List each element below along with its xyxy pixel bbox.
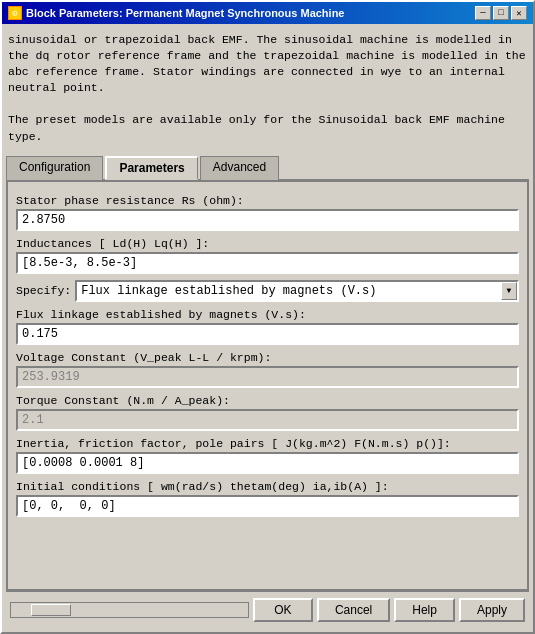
inertia-input[interactable] <box>16 452 519 474</box>
inertia-label: Inertia, friction factor, pole pairs [ J… <box>16 437 519 450</box>
specify-select[interactable]: Flux linkage established by magnets (V.s… <box>75 280 519 302</box>
ok-button[interactable]: OK <box>253 598 313 622</box>
description-content: sinusoidal or trapezoidal back EMF. The … <box>8 33 526 94</box>
specify-row: Specify: Flux linkage established by mag… <box>16 280 519 302</box>
torque-constant-input <box>16 409 519 431</box>
close-button[interactable]: ✕ <box>511 6 527 20</box>
maximize-button[interactable]: □ <box>493 6 509 20</box>
scroll-thumb-horizontal <box>31 604 71 616</box>
specify-label: Specify: <box>16 284 71 297</box>
bottom-bar: OK Cancel Help Apply <box>6 591 529 628</box>
inductances-input[interactable] <box>16 252 519 274</box>
flux-linkage-input[interactable] <box>16 323 519 345</box>
window-icon: ⚙ <box>8 6 22 20</box>
window-title: Block Parameters: Permanent Magnet Synch… <box>26 7 344 19</box>
stator-resistance-input[interactable] <box>16 209 519 231</box>
stator-resistance-label: Stator phase resistance Rs (ohm): <box>16 194 519 207</box>
tab-configuration[interactable]: Configuration <box>6 156 103 180</box>
title-buttons: ─ □ ✕ <box>475 6 527 20</box>
minimize-button[interactable]: ─ <box>475 6 491 20</box>
horizontal-scrollbar[interactable] <box>10 602 249 618</box>
preset-note: The preset models are available only for… <box>8 113 505 142</box>
tab-advanced[interactable]: Advanced <box>200 156 279 180</box>
parameters-panel: Stator phase resistance Rs (ohm): Induct… <box>6 181 529 591</box>
title-bar: ⚙ Block Parameters: Permanent Magnet Syn… <box>2 2 533 24</box>
inductances-label: Inductances [ Ld(H) Lq(H) ]: <box>16 237 519 250</box>
initial-conditions-input[interactable] <box>16 495 519 517</box>
title-bar-left: ⚙ Block Parameters: Permanent Magnet Syn… <box>8 6 344 20</box>
tabs-container: Configuration Parameters Advanced <box>6 155 529 181</box>
content-area: sinusoidal or trapezoidal back EMF. The … <box>2 24 533 632</box>
apply-button[interactable]: Apply <box>459 598 525 622</box>
specify-select-container: Flux linkage established by magnets (V.s… <box>75 280 519 302</box>
tab-parameters[interactable]: Parameters <box>105 156 197 180</box>
main-window: ⚙ Block Parameters: Permanent Magnet Syn… <box>0 0 535 634</box>
torque-constant-label: Torque Constant (N.m / A_peak): <box>16 394 519 407</box>
bottom-buttons: OK Cancel Help Apply <box>253 598 525 622</box>
params-scroll-area[interactable]: Stator phase resistance Rs (ohm): Induct… <box>8 182 527 589</box>
cancel-button[interactable]: Cancel <box>317 598 390 622</box>
voltage-constant-input <box>16 366 519 388</box>
description-text: sinusoidal or trapezoidal back EMF. The … <box>6 28 529 149</box>
voltage-constant-label: Voltage Constant (V_peak L-L / krpm): <box>16 351 519 364</box>
help-button[interactable]: Help <box>394 598 455 622</box>
flux-linkage-label: Flux linkage established by magnets (V.s… <box>16 308 519 321</box>
initial-conditions-label: Initial conditions [ wm(rad/s) thetam(de… <box>16 480 519 493</box>
